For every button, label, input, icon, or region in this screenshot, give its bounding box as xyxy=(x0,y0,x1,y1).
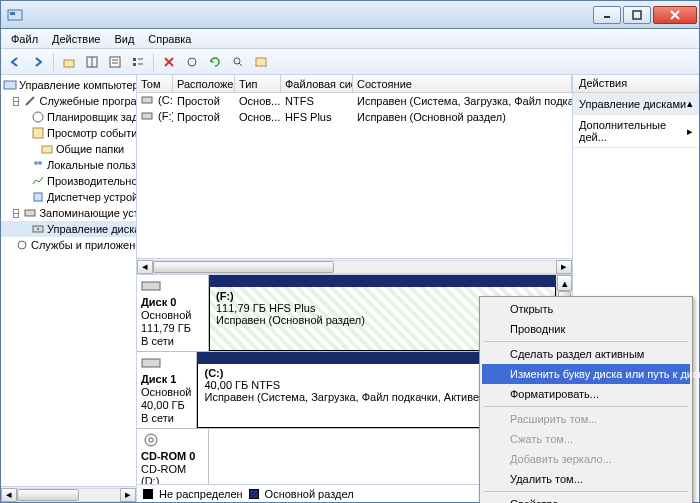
collapse-icon[interactable]: – xyxy=(13,209,19,218)
tree-label: Локальные пользоват xyxy=(47,159,136,171)
svg-rect-22 xyxy=(4,81,16,89)
cell: (C:) xyxy=(158,94,173,106)
svg-rect-12 xyxy=(133,58,136,61)
actions-title: Действия xyxy=(573,75,699,93)
minimize-button[interactable] xyxy=(593,6,621,24)
maximize-button[interactable] xyxy=(623,6,651,24)
scroll-left-button[interactable]: ◂ xyxy=(1,488,17,502)
tree-group-services[interactable]: Службы и приложения xyxy=(1,237,136,253)
svg-rect-1 xyxy=(10,12,15,15)
svg-rect-36 xyxy=(142,359,160,367)
tree-eventviewer[interactable]: Просмотр событий xyxy=(1,125,136,141)
svg-point-18 xyxy=(188,58,196,66)
tree-diskmgmt[interactable]: Управление дисками xyxy=(1,221,136,237)
scroll-right-button[interactable]: ▸ xyxy=(556,260,572,274)
svg-rect-33 xyxy=(142,97,152,103)
tree-sharedfolders[interactable]: Общие папки xyxy=(1,141,136,157)
svg-rect-13 xyxy=(133,63,136,66)
svg-point-32 xyxy=(18,241,26,249)
cell: (F:) xyxy=(158,110,173,122)
action-more[interactable]: Дополнительные дей...▸ xyxy=(573,115,699,148)
svg-rect-34 xyxy=(142,113,152,119)
tree-root[interactable]: Управление компьютером (л xyxy=(1,77,136,93)
scroll-right-button[interactable]: ▸ xyxy=(120,488,136,502)
ctx-change-letter[interactable]: Изменить букву диска или путь к диску... xyxy=(482,364,690,384)
tree-label: Планировщик заданий xyxy=(47,111,136,123)
collapse-icon[interactable]: – xyxy=(13,97,19,106)
back-button[interactable] xyxy=(5,52,25,72)
disk-kind: CD-ROM (D:) xyxy=(141,463,204,484)
ctx-delete[interactable]: Удалить том... xyxy=(482,469,690,489)
tree-localusers[interactable]: Локальные пользоват xyxy=(1,157,136,173)
disk-name: CD-ROM 0 xyxy=(141,450,204,462)
menu-help[interactable]: Справка xyxy=(142,31,197,47)
svg-rect-35 xyxy=(142,282,160,290)
tree-group-tools[interactable]: –Служебные программы xyxy=(1,93,136,109)
ctx-explorer[interactable]: Проводник xyxy=(482,319,690,339)
svg-line-20 xyxy=(239,63,242,66)
menu-file[interactable]: Файл xyxy=(5,31,44,47)
list-button[interactable] xyxy=(128,52,148,72)
ctx-mark-active[interactable]: Сделать раздел активным xyxy=(482,344,690,364)
disk-status: В сети xyxy=(141,412,192,424)
tree-label: Службы и приложения xyxy=(31,239,136,251)
menu-action[interactable]: Действие xyxy=(46,31,106,47)
action-diskmgmt[interactable]: Управление дисками▴ xyxy=(573,93,699,115)
ctx-mirror: Добавить зеркало... xyxy=(482,449,690,469)
volume-hscrollbar[interactable]: ◂ ▸ xyxy=(137,258,572,274)
svg-rect-3 xyxy=(633,11,641,19)
cell: HFS Plus xyxy=(281,111,353,123)
perf-icon xyxy=(31,174,45,188)
event-icon xyxy=(31,126,45,140)
svg-rect-25 xyxy=(42,146,52,153)
delete-button[interactable] xyxy=(159,52,179,72)
titlebar[interactable] xyxy=(1,1,699,29)
up-button[interactable] xyxy=(59,52,79,72)
tree-devicemgr[interactable]: Диспетчер устройств xyxy=(1,189,136,205)
volume-row[interactable]: (C:) Простой Основ... NTFS Исправен (Сис… xyxy=(137,93,572,109)
svg-point-26 xyxy=(34,161,38,165)
tree-hscrollbar[interactable]: ◂ ▸ xyxy=(1,486,136,502)
tree-pane: Управление компьютером (л –Служебные про… xyxy=(1,75,137,502)
disk-size: 111,79 ГБ xyxy=(141,322,204,334)
disk-meta[interactable]: Диск 1 Основной 40,00 ГБ В сети xyxy=(137,352,197,428)
cell: Простой xyxy=(173,111,235,123)
tree-label: Управление дисками xyxy=(47,223,136,235)
disk-meta[interactable]: CD-ROM 0 CD-ROM (D:) Нет носителя xyxy=(137,429,209,484)
disk-name: Диск 0 xyxy=(141,296,204,308)
cell: Основ... xyxy=(235,111,281,123)
disk-meta[interactable]: Диск 0 Основной 111,79 ГБ В сети xyxy=(137,275,209,351)
tree-group-storage[interactable]: –Запоминающие устройст xyxy=(1,205,136,221)
tree-label: Диспетчер устройств xyxy=(47,191,136,203)
svg-rect-9 xyxy=(110,57,120,67)
scroll-left-button[interactable]: ◂ xyxy=(137,260,153,274)
col-status[interactable]: Состояние xyxy=(353,75,572,92)
app-icon xyxy=(7,7,23,23)
rescan-button[interactable] xyxy=(228,52,248,72)
ctx-format[interactable]: Форматировать... xyxy=(482,384,690,404)
view-button[interactable] xyxy=(82,52,102,72)
forward-button[interactable] xyxy=(28,52,48,72)
col-fs[interactable]: Файловая сист... xyxy=(281,75,353,92)
col-type[interactable]: Тип xyxy=(235,75,281,92)
ctx-properties[interactable]: Свойства xyxy=(482,494,690,503)
refresh-button[interactable] xyxy=(205,52,225,72)
settings-button[interactable] xyxy=(182,52,202,72)
close-button[interactable] xyxy=(653,6,697,24)
cell: Простой xyxy=(173,95,235,107)
volume-rows: (C:) Простой Основ... NTFS Исправен (Сис… xyxy=(137,93,572,258)
legend-unallocated-swatch xyxy=(143,489,153,499)
volume-row[interactable]: (F:) Простой Основ... HFS Plus Исправен … xyxy=(137,109,572,125)
help-button[interactable] xyxy=(251,52,271,72)
tree-performance[interactable]: Производительность xyxy=(1,173,136,189)
scroll-up-button[interactable]: ▴ xyxy=(557,275,572,291)
svg-rect-24 xyxy=(33,128,43,138)
disk-kind: Основной xyxy=(141,386,192,398)
properties-button[interactable] xyxy=(105,52,125,72)
menu-view[interactable]: Вид xyxy=(108,31,140,47)
hdd-icon xyxy=(141,356,161,370)
ctx-open[interactable]: Открыть xyxy=(482,299,690,319)
col-layout[interactable]: Расположе... xyxy=(173,75,235,92)
tree-scheduler[interactable]: Планировщик заданий xyxy=(1,109,136,125)
col-volume[interactable]: Том xyxy=(137,75,173,92)
